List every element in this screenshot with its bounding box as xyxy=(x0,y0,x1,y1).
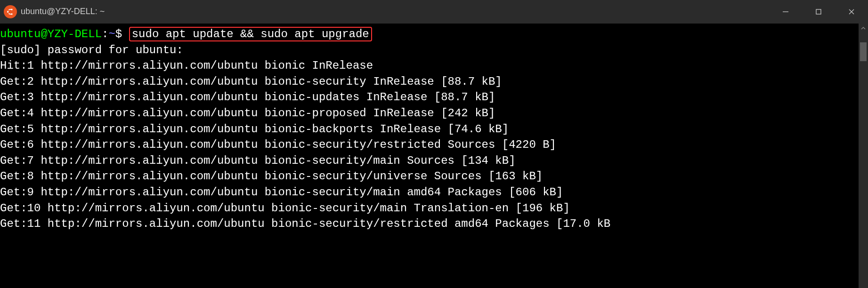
output-line: Get:3 http://mirrors.aliyun.com/ubuntu b… xyxy=(0,89,868,105)
maximize-button[interactable] xyxy=(802,0,835,24)
output-line: [sudo] password for ubuntu: xyxy=(0,42,868,58)
output-line: Get:4 http://mirrors.aliyun.com/ubuntu b… xyxy=(0,105,868,121)
prompt-path: ~ xyxy=(108,28,115,40)
svg-rect-4 xyxy=(816,9,821,14)
output-line: Hit:1 http://mirrors.aliyun.com/ubuntu b… xyxy=(0,58,868,74)
output-line: Get:10 http://mirrors.aliyun.com/ubuntu … xyxy=(0,200,868,216)
output-line: Get:11 http://mirrors.aliyun.com/ubuntu … xyxy=(0,216,868,232)
scrollbar[interactable] xyxy=(859,24,868,288)
window-titlebar: ubuntu@YZY-DELL: ~ xyxy=(0,0,868,24)
output-line: Get:9 http://mirrors.aliyun.com/ubuntu b… xyxy=(0,184,868,200)
terminal-content: ubuntu@YZY-DELL:~$ sudo apt update && su… xyxy=(0,26,868,232)
output-line: Get:8 http://mirrors.aliyun.com/ubuntu b… xyxy=(0,168,868,184)
output-line: Get:2 http://mirrors.aliyun.com/ubuntu b… xyxy=(0,74,868,90)
minimize-button[interactable] xyxy=(769,0,802,24)
prompt-user-host: ubuntu@YZY-DELL xyxy=(0,28,102,40)
ubuntu-icon xyxy=(4,5,17,18)
output-line: Get:7 http://mirrors.aliyun.com/ubuntu b… xyxy=(0,153,868,169)
command-input-highlighted: sudo apt update && sudo apt upgrade xyxy=(129,27,372,41)
prompt-symbol: $ xyxy=(115,28,122,40)
close-button[interactable] xyxy=(835,0,868,24)
window-controls xyxy=(769,0,868,24)
scrollbar-thumb[interactable] xyxy=(860,42,867,61)
window-title: ubuntu@YZY-DELL: ~ xyxy=(21,6,105,17)
prompt-colon: : xyxy=(102,28,108,40)
output-line: Get:5 http://mirrors.aliyun.com/ubuntu b… xyxy=(0,121,868,137)
terminal-area[interactable]: ubuntu@YZY-DELL:~$ sudo apt update && su… xyxy=(0,24,868,288)
output-line: Get:6 http://mirrors.aliyun.com/ubuntu b… xyxy=(0,137,868,153)
scrollbar-up-icon[interactable] xyxy=(859,24,868,33)
